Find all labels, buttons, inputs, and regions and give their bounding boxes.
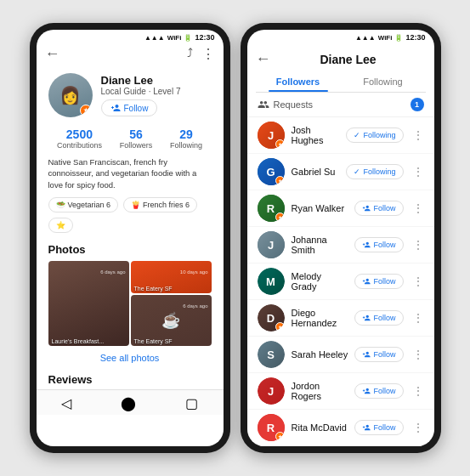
avatar-8: R ★ xyxy=(258,414,285,441)
nav-home-icon[interactable]: ⬤ xyxy=(121,395,136,411)
signal-icon: ▲▲▲ xyxy=(144,34,165,42)
status-bar-right: ▲▲▲ WiFi 🔋 12:30 xyxy=(247,30,434,43)
following-btn-1[interactable]: ✓ Following xyxy=(346,164,403,179)
avatar-3: J xyxy=(258,231,285,258)
tag-vegetarian[interactable]: 🥗 Vegetarian 6 xyxy=(48,197,119,212)
battery-icon: 🔋 xyxy=(184,34,192,42)
avatar-6: S xyxy=(258,341,285,368)
wifi-icon: WiFi xyxy=(167,34,182,42)
follow-btn-7[interactable]: Follow xyxy=(354,383,403,399)
avatar-left: 👩 ★ xyxy=(48,73,93,117)
follow-btn-5[interactable]: Follow xyxy=(354,310,403,326)
nav-back-icon[interactable]: ◁ xyxy=(61,395,71,411)
battery-icon-r: 🔋 xyxy=(394,34,403,42)
tag-fries-label: French fries 6 xyxy=(143,201,190,209)
person-row-8: R ★ Rita McDavid Follow ⋮ xyxy=(247,410,434,446)
photo-1-label: Laurie's Breakfast... xyxy=(52,338,105,344)
check-icon-0: ✓ xyxy=(354,131,360,139)
requests-bar: Requests 1 xyxy=(247,93,434,117)
share-icon[interactable]: ⤴ xyxy=(187,46,193,62)
follow-icon-8 xyxy=(362,423,371,432)
follow-icon-2 xyxy=(362,204,371,212)
followers-value: 56 xyxy=(120,128,153,141)
more-options-icon[interactable]: ⋮ xyxy=(201,46,215,62)
requests-badge: 1 xyxy=(411,98,424,111)
tabs-row: Followers Following xyxy=(256,71,426,93)
person-row-7: J Jordon Rogers Follow ⋮ xyxy=(247,373,434,410)
star-icon: ⭐ xyxy=(56,221,65,230)
tags-row: 🥗 Vegetarian 6 🍟 French fries 6 ⭐ xyxy=(37,197,224,240)
follow-icon-7 xyxy=(362,387,371,395)
tag-star[interactable]: ⭐ xyxy=(48,218,73,233)
back-button-right[interactable]: ← xyxy=(256,50,271,68)
tag-fries[interactable]: 🍟 French fries 6 xyxy=(123,197,197,212)
nav-square-icon[interactable]: ▢ xyxy=(185,395,198,411)
follow-btn-4[interactable]: Follow xyxy=(354,274,403,289)
photo-1[interactable]: Laurie's Breakfast... 6 days ago xyxy=(48,261,129,346)
requests-icon xyxy=(258,99,269,110)
fries-icon: 🍟 xyxy=(131,201,140,209)
photo-2-label: The Eatery SF xyxy=(134,286,173,292)
status-bar-left: ▲▲▲ WiFi 🔋 12:30 xyxy=(37,30,224,43)
stat-following[interactable]: 29 Following xyxy=(170,128,202,150)
level-badge: ★ xyxy=(80,105,92,116)
see-all-photos-link[interactable]: See all photos xyxy=(37,346,224,370)
person-row-3: J Johanna Smith Follow ⋮ xyxy=(247,227,434,264)
profile-section: 👩 ★ Diane Lee Local Guide · Level 7 Foll… xyxy=(37,68,224,124)
person-row-5: D ★ Diego Hernandez Follow ⋮ xyxy=(247,300,434,337)
more-btn-6[interactable]: ⋮ xyxy=(412,348,424,361)
avatar-5: D ★ xyxy=(258,304,285,332)
stats-row: 2500 Contributions 56 Followers 29 Follo… xyxy=(37,124,224,156)
stat-contributions[interactable]: 2500 Contributions xyxy=(57,128,102,150)
tab-followers[interactable]: Followers xyxy=(256,71,341,92)
person-name-3: Johanna Smith xyxy=(292,235,348,255)
more-btn-4[interactable]: ⋮ xyxy=(412,275,424,288)
person-row-6: S Sarah Heeley Follow ⋮ xyxy=(247,337,434,373)
reviews-title: Reviews xyxy=(37,370,224,389)
person-name-7: Jordon Rogers xyxy=(292,381,348,401)
more-btn-3[interactable]: ⋮ xyxy=(412,238,424,252)
time-left: 12:30 xyxy=(195,33,214,42)
follow-btn-3[interactable]: Follow xyxy=(354,237,403,252)
photo-3[interactable]: ☕ The Eatery SF 6 days ago xyxy=(131,295,212,346)
right-phone: ▲▲▲ WiFi 🔋 12:30 ← Diane Lee Followers xyxy=(241,23,441,453)
photo-3-sub: 6 days ago xyxy=(183,303,207,309)
follow-button[interactable]: Follow xyxy=(101,99,158,116)
bio-text: Native San Franciscan, french fry connoi… xyxy=(37,156,224,197)
follow-icon-4 xyxy=(362,277,371,286)
requests-label-text: Requests xyxy=(274,99,313,110)
photo-1-sub: 6 days ago xyxy=(100,269,125,275)
person-name-0: Josh Hughes xyxy=(292,125,340,145)
person-row-1: G ★ Gabriel Su ✓ Following ⋮ xyxy=(247,154,434,190)
photo-2[interactable]: The Eatery SF 10 days ago xyxy=(131,261,212,293)
vegetarian-icon: 🥗 xyxy=(56,201,65,209)
follow-label: Follow xyxy=(124,104,149,113)
more-btn-5[interactable]: ⋮ xyxy=(412,311,424,325)
tab-following[interactable]: Following xyxy=(341,71,426,92)
follow-icon-6 xyxy=(362,350,371,359)
following-value: 29 xyxy=(170,128,202,141)
stat-followers[interactable]: 56 Followers xyxy=(120,128,153,150)
left-phone: ▲▲▲ WiFi 🔋 12:30 ← ⤴ ⋮ 👩 ★ xyxy=(30,23,230,453)
follow-btn-2[interactable]: Follow xyxy=(354,201,403,216)
wifi-icon-r: WiFi xyxy=(378,34,393,42)
photos-grid: Laurie's Breakfast... 6 days ago The Eat… xyxy=(37,261,224,346)
avatar-2: R ★ xyxy=(258,195,285,222)
more-btn-8[interactable]: ⋮ xyxy=(412,421,424,434)
more-btn-2[interactable]: ⋮ xyxy=(412,201,424,215)
follow-btn-6[interactable]: Follow xyxy=(354,347,403,362)
profile-name: Diane Lee xyxy=(101,74,212,87)
more-btn-7[interactable]: ⋮ xyxy=(412,384,424,398)
photo-3-label: The Eatery SF xyxy=(134,338,173,344)
person-name-8: Rita McDavid xyxy=(292,422,348,433)
followers-label: Followers xyxy=(120,141,153,150)
following-btn-0[interactable]: ✓ Following xyxy=(346,128,403,143)
person-name-4: Melody Grady xyxy=(292,271,348,292)
more-btn-1[interactable]: ⋮ xyxy=(412,165,424,178)
right-header: ← Diane Lee xyxy=(247,43,434,71)
follow-btn-8[interactable]: Follow xyxy=(354,420,403,435)
more-btn-0[interactable]: ⋮ xyxy=(412,128,424,142)
back-button-left[interactable]: ← xyxy=(45,45,60,63)
person-name-6: Sarah Heeley xyxy=(292,349,348,360)
following-label: Following xyxy=(170,141,202,150)
